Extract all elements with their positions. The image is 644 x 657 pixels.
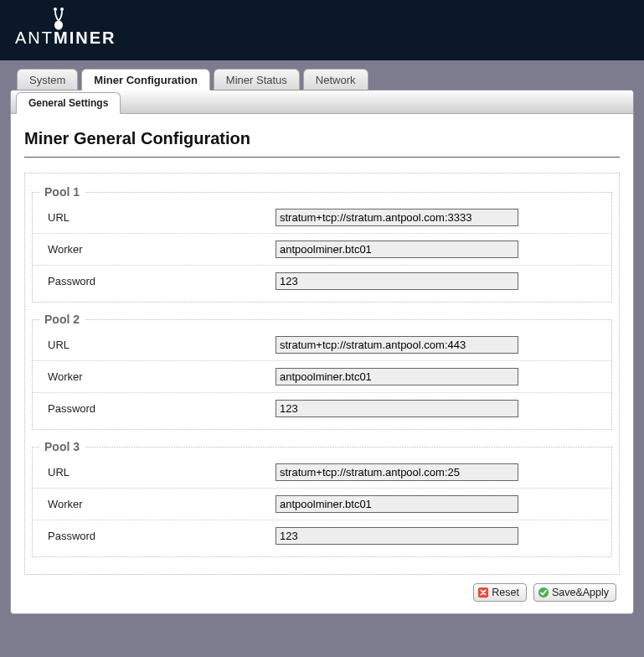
- svg-point-4: [538, 587, 549, 598]
- ant-logo-icon: [49, 7, 69, 30]
- pool-2-password-label: Password: [41, 402, 276, 415]
- reset-button[interactable]: Reset: [473, 583, 527, 602]
- footer-actions: Reset Save&Apply: [24, 575, 620, 605]
- pool-2-legend: Pool 2: [39, 313, 85, 326]
- pool-2-worker-label: Worker: [41, 370, 276, 383]
- apply-icon: [538, 587, 549, 598]
- reset-label: Reset: [492, 587, 519, 598]
- pool-1-legend: Pool 1: [39, 185, 85, 199]
- pool-2-worker-input[interactable]: [276, 368, 518, 385]
- logo-text: ANTMINER: [15, 28, 116, 48]
- logo-suffix: MINER: [54, 28, 116, 47]
- save-apply-label: Save&Apply: [552, 587, 609, 598]
- pool-3-password-label: Password: [41, 530, 276, 542]
- pools-container: Pool 1 URL Worker Password Poo: [24, 173, 620, 575]
- tab-miner-status[interactable]: Miner Status: [214, 69, 300, 91]
- logo: ANTMINER: [15, 7, 629, 48]
- pool-1-worker-label: Worker: [41, 243, 276, 256]
- subtab-bar: General Settings: [11, 91, 633, 114]
- main-tabs: System Miner Configuration Miner Status …: [17, 69, 634, 91]
- pool-2-fieldset: Pool 2 URL Worker Password: [32, 313, 612, 430]
- pool-3-fieldset: Pool 3 URL Worker Password: [32, 440, 612, 557]
- pool-1-password-input[interactable]: [276, 272, 518, 290]
- pool-3-url-input[interactable]: [276, 463, 518, 481]
- pool-3-password-input[interactable]: [276, 527, 518, 545]
- config-panel: General Settings Miner General Configura…: [10, 90, 634, 614]
- logo-prefix: ANT: [15, 28, 54, 47]
- reset-icon: [477, 587, 489, 598]
- subtab-general-settings[interactable]: General Settings: [16, 92, 121, 114]
- tab-miner-configuration[interactable]: Miner Configuration: [81, 69, 210, 91]
- header: ANTMINER: [0, 0, 644, 60]
- pool-2-url-label: URL: [41, 339, 276, 351]
- pool-3-worker-input[interactable]: [276, 495, 518, 513]
- pool-3-url-label: URL: [41, 466, 276, 479]
- svg-point-0: [54, 8, 57, 11]
- tab-network[interactable]: Network: [303, 69, 368, 91]
- svg-point-1: [60, 8, 64, 11]
- pool-3-worker-label: Worker: [41, 498, 276, 510]
- pool-1-password-label: Password: [41, 275, 276, 287]
- pool-2-password-input[interactable]: [276, 400, 518, 417]
- page-title: Miner General Configuration: [24, 126, 620, 158]
- pool-1-worker-input[interactable]: [276, 241, 518, 258]
- pool-2-url-input[interactable]: [276, 336, 518, 354]
- save-apply-button[interactable]: Save&Apply: [533, 583, 616, 602]
- pool-1-url-label: URL: [41, 211, 276, 224]
- pool-1-url-input[interactable]: [276, 209, 518, 226]
- pool-1-fieldset: Pool 1 URL Worker Password: [32, 185, 612, 303]
- pool-3-legend: Pool 3: [39, 440, 85, 453]
- tab-system[interactable]: System: [17, 69, 78, 91]
